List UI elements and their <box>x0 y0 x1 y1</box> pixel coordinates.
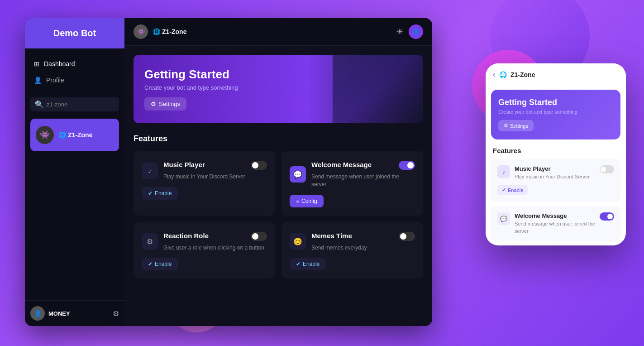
topbar-server-name: 🌐 Z1-Zone <box>153 28 186 35</box>
sidebar-header: Demo Bot <box>25 18 124 48</box>
reaction-role-name: Reaction Role <box>163 232 209 240</box>
mobile-feature-card-welcome: 💬 Welcome Message Send message when user… <box>491 206 620 241</box>
mobile-globe-icon: 🌐 <box>499 71 507 78</box>
mobile-mockup: ‹ 🌐 Z1-Zone Getting Started Create your … <box>486 63 626 245</box>
banner-title: Getting Started <box>144 67 238 82</box>
mobile-back-button[interactable]: ‹ <box>493 70 496 79</box>
music-player-name: Music Player <box>163 161 205 168</box>
mobile-settings-button[interactable]: ⚙ Settings <box>498 120 534 131</box>
main-body: Getting Started Create your bot and type… <box>124 46 432 326</box>
memes-enable-label: Enable <box>303 261 320 267</box>
enable-label: Enable <box>155 190 172 197</box>
memes-time-icon: 😊 <box>290 233 306 250</box>
feature-card-welcome-message: 💬 Welcome Message Send message when user… <box>281 151 423 216</box>
reaction-role-enable-button[interactable]: ✔ Enable <box>142 258 178 270</box>
welcome-message-info: Welcome Message Send message when user j… <box>311 161 415 188</box>
sidebar-item-label-profile: Profile <box>46 77 64 84</box>
settings-label: Settings <box>159 101 180 107</box>
main-content: 👾 🌐 Z1-Zone ☀ 👤 Getting Started Create y… <box>124 18 432 326</box>
footer-gear-icon[interactable]: ⚙ <box>113 309 119 318</box>
reaction-role-toggle[interactable] <box>251 232 267 241</box>
mobile-feature-card-music: ♪ Music Player Play music in Your Discor… <box>491 159 620 202</box>
features-grid: ♪ Music Player Play music in Your Discor… <box>134 151 423 279</box>
welcome-message-header: Welcome Message <box>311 161 415 170</box>
reaction-role-info: Reaction Role Give user a role when clic… <box>163 232 267 252</box>
getting-started-banner: Getting Started Create your bot and type… <box>134 55 423 123</box>
mobile-music-toggle[interactable] <box>600 165 614 173</box>
memes-time-desc: Send memes everyday <box>311 244 415 252</box>
music-player-icon: ♪ <box>142 163 158 179</box>
sidebar-footer: 👤 MONEY ⚙ <box>25 300 124 326</box>
memes-time-enable-button[interactable]: ✔ Enable <box>290 258 326 270</box>
sidebar-item-label-dashboard: Dashboard <box>44 60 75 67</box>
mobile-welcome-icon: 💬 <box>497 212 510 225</box>
music-player-toggle[interactable] <box>251 161 267 170</box>
welcome-message-config-button[interactable]: ≡ Config <box>290 195 324 207</box>
mobile-welcome-desc: Send message when user joined the server <box>515 221 600 235</box>
mobile-music-enable-button[interactable]: ✔ Enable <box>497 185 528 195</box>
mobile-music-info: Music Player Play music in Your Discord … <box>515 165 590 180</box>
footer-username: MONEY <box>48 310 109 317</box>
mobile-banner: Getting Started Create your bot and type… <box>491 90 620 139</box>
topbar-right: ☀ 👤 <box>396 24 423 39</box>
banner-left: Getting Started Create your bot and type… <box>144 67 238 111</box>
mobile-music-row: ♪ Music Player Play music in Your Discor… <box>497 165 590 180</box>
feature-card-memes-body: 😊 Memes Time Send memes everyday <box>290 232 415 252</box>
settings-icon: ⚙ <box>151 101 156 107</box>
feature-card-music-player: ♪ Music Player Play music in Your Discor… <box>134 151 275 216</box>
footer-avatar: 👤 <box>30 306 45 321</box>
welcome-message-name: Welcome Message <box>311 161 372 168</box>
profile-icon: 👤 <box>34 77 42 84</box>
topbar-server-avatar: 👾 <box>134 24 148 39</box>
music-player-enable-button[interactable]: ✔ Enable <box>142 187 178 200</box>
memes-time-header: Memes Time <box>311 232 415 241</box>
mobile-music-icon: ♪ <box>497 165 510 178</box>
music-player-info: Music Player Play music in Your Discord … <box>163 161 267 181</box>
mobile-welcome-info: Welcome Message Send message when user j… <box>515 212 600 235</box>
server-card[interactable]: 👾 🌐 Z1-Zone <box>30 119 119 151</box>
features-section-title: Features <box>134 134 423 144</box>
memes-time-info: Memes Time Send memes everyday <box>311 232 415 252</box>
banner-subtitle: Create your bot and type something <box>144 84 238 91</box>
music-player-desc: Play music in Your Discord Server <box>163 173 267 181</box>
reaction-enable-icon: ✔ <box>148 261 153 267</box>
mobile-banner-title: Getting Started <box>498 98 613 107</box>
sidebar-title: Demo Bot <box>34 28 115 38</box>
mobile-enable-check-icon: ✔ <box>502 187 506 193</box>
welcome-message-toggle[interactable] <box>399 161 415 170</box>
app-window: Demo Bot ⊞ Dashboard 👤 Profile 🔍 👾 🌐 Z1-… <box>25 18 432 326</box>
reaction-role-icon: ⚙ <box>142 233 158 250</box>
mobile-welcome-toggle[interactable] <box>600 212 614 221</box>
feature-card-reaction-role: ⚙ Reaction Role Give user a role when cl… <box>134 222 275 279</box>
sidebar: Demo Bot ⊞ Dashboard 👤 Profile 🔍 👾 🌐 Z1-… <box>25 18 124 326</box>
mobile-server-name: Z1-Zone <box>510 71 535 78</box>
memes-enable-icon: ✔ <box>296 261 301 267</box>
feature-card-memes-time: 😊 Memes Time Send memes everyday ✔ Enabl… <box>281 222 423 279</box>
search-input[interactable] <box>47 101 114 108</box>
mobile-music-desc: Play music in Your Discord Server <box>515 173 590 180</box>
mobile-music-name: Music Player <box>515 165 590 172</box>
feature-card-music-body: ♪ Music Player Play music in Your Discor… <box>142 161 267 181</box>
mobile-welcome-header: 💬 Welcome Message Send message when user… <box>497 212 614 235</box>
sidebar-item-dashboard[interactable]: ⊞ Dashboard <box>25 56 124 72</box>
mobile-settings-label: Settings <box>510 123 528 129</box>
server-avatar: 👾 <box>36 126 54 144</box>
mobile-welcome-name: Welcome Message <box>515 212 600 219</box>
topbar-user-avatar[interactable]: 👤 <box>409 24 423 39</box>
sidebar-item-profile[interactable]: 👤 Profile <box>25 72 124 88</box>
banner-decorative-image <box>333 55 423 123</box>
memes-time-name: Memes Time <box>311 232 352 240</box>
sidebar-search-box[interactable]: 🔍 <box>30 97 119 111</box>
theme-toggle-icon[interactable]: ☀ <box>396 27 403 37</box>
mobile-music-header: ♪ Music Player Play music in Your Discor… <box>497 165 614 180</box>
banner-settings-button[interactable]: ⚙ Settings <box>144 97 186 111</box>
memes-time-toggle[interactable] <box>399 232 415 241</box>
reaction-enable-label: Enable <box>155 261 172 267</box>
welcome-message-icon: 💬 <box>290 166 306 183</box>
dashboard-icon: ⊞ <box>34 60 39 67</box>
mobile-welcome-row: 💬 Welcome Message Send message when user… <box>497 212 600 235</box>
mobile-banner-subtitle: Create your bot and type something <box>498 109 613 115</box>
reaction-role-header: Reaction Role <box>163 232 267 241</box>
config-icon: ≡ <box>296 198 299 204</box>
mobile-features-title: Features <box>486 145 626 159</box>
